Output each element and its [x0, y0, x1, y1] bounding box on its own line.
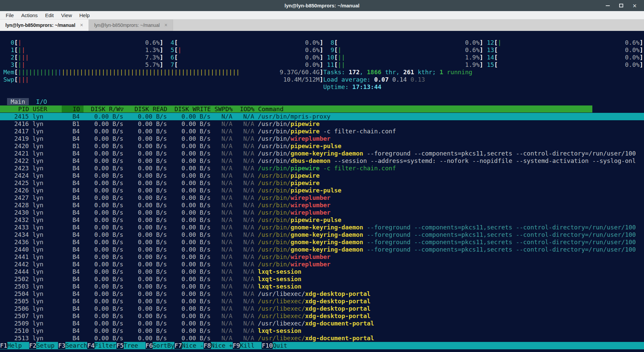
process-row-2420[interactable]: 2420 lyn B1 0.00 B/s 0.00 B/s 0.00 B/s N…	[0, 142, 644, 150]
fn-f7[interactable]: F7Nice -	[174, 342, 204, 349]
command-cell: /usr/libexec/	[258, 335, 305, 342]
fn-f1[interactable]: F1Help	[0, 342, 29, 349]
process-row-2419[interactable]: 2419 lyn B4 0.00 B/s 0.00 B/s 0.00 B/s N…	[0, 135, 644, 142]
process-row-2430[interactable]: 2430 lyn B4 0.00 B/s 0.00 B/s 0.00 B/s N…	[0, 209, 644, 216]
fn-key-label: F6	[146, 342, 153, 349]
disk-write-cell: 0.00 B/s	[171, 142, 214, 149]
fn-f4[interactable]: F4Filter	[87, 342, 116, 349]
process-row-2442[interactable]: 2442 lyn B4 0.00 B/s 0.00 B/s 0.00 B/s N…	[0, 261, 644, 268]
process-row-2434[interactable]: 2434 lyn B4 0.00 B/s 0.00 B/s 0.00 B/s N…	[0, 231, 644, 238]
process-row-2441[interactable]: 2441 lyn B4 0.00 B/s 0.00 B/s 0.00 B/s N…	[0, 253, 644, 261]
swpd-cell: N/A	[214, 246, 236, 253]
tab-2[interactable]: lyn@lyn-b850mprors: ~/manual ×	[89, 19, 173, 31]
swpd-cell: N/A	[214, 320, 236, 327]
tab-1-close-icon[interactable]: ×	[80, 22, 83, 28]
window-controls: ×	[601, 0, 641, 11]
table-header-segment[interactable]: DISK R/W▽ DISK READ DISK WRITE SWPD% IOD…	[84, 105, 283, 113]
command-cell: /usr/libexec/	[258, 305, 305, 312]
process-row-2506[interactable]: 2506 lyn B4 0.00 B/s 0.00 B/s 0.00 B/s N…	[0, 305, 644, 312]
user-cell: lyn	[33, 335, 65, 342]
process-row-2416[interactable]: 2416 lyn B1 0.00 B/s 0.00 B/s 0.00 B/s N…	[0, 120, 644, 128]
mem-meter-label: Mem	[3, 69, 14, 76]
menu-actions[interactable]: Actions	[17, 11, 41, 19]
swap-meter-pad	[29, 76, 283, 83]
fn-f8[interactable]: F8Nice +	[204, 342, 233, 349]
pid-cell: 2425	[3, 179, 33, 186]
process-row-2433[interactable]: 2433 lyn B4 0.00 B/s 0.00 B/s 0.00 B/s N…	[0, 224, 644, 231]
table-header-segment[interactable]: IO	[62, 105, 84, 113]
process-row-2417[interactable]: 2417 lyn B4 0.00 B/s 0.00 B/s 0.00 B/s N…	[0, 128, 644, 135]
terminal-screen[interactable]: 0[| 0.6%] 4[ 0.0%] 8[ 0.0%] 12[| 0.6%] 1…	[0, 31, 644, 352]
iod-cell: N/A	[236, 268, 258, 275]
process-row-2513[interactable]: 2513 lyn B4 0.00 B/s 0.00 B/s 0.00 B/s N…	[0, 335, 644, 342]
menu-edit[interactable]: Edit	[41, 11, 57, 19]
minimize-button[interactable]	[601, 0, 614, 11]
user-cell: lyn	[33, 202, 65, 209]
menu-file[interactable]: File	[2, 11, 17, 19]
fn-f3[interactable]: F3Search	[58, 342, 87, 349]
user-cell: lyn	[33, 275, 65, 282]
fn-f6[interactable]: F6SortBy	[146, 342, 175, 349]
cpu14-meter-bracket: ]	[640, 54, 643, 61]
iod-cell: N/A	[236, 283, 258, 290]
fn-f5[interactable]: F5Tree	[116, 342, 146, 349]
process-row-2440[interactable]: 2440 lyn B4 0.00 B/s 0.00 B/s 0.00 B/s N…	[0, 246, 644, 253]
process-row-2424[interactable]: 2424 lyn B4 0.00 B/s 0.00 B/s 0.00 B/s N…	[0, 172, 644, 179]
iod-cell: N/A	[236, 238, 258, 246]
process-row-2421[interactable]: 2421 lyn B4 0.00 B/s 0.00 B/s 0.00 B/s N…	[0, 150, 644, 157]
process-row-2427[interactable]: 2427 lyn B4 0.00 B/s 0.00 B/s 0.00 B/s N…	[0, 194, 644, 202]
cpu11-meter-value: 1.9%	[465, 61, 479, 68]
disk-read-cell: 0.00 B/s	[127, 113, 170, 120]
maximize-button[interactable]	[614, 0, 628, 11]
disk-read-cell: 0.00 B/s	[127, 275, 170, 282]
process-row-2432[interactable]: 2432 lyn B4 0.00 B/s 0.00 B/s 0.00 B/s N…	[0, 216, 644, 224]
cpu3-meter-pad	[25, 61, 145, 68]
maximize-icon	[619, 4, 623, 7]
iod-cell: N/A	[236, 113, 258, 120]
command-cell: wireplumber	[290, 253, 330, 260]
process-row-2415[interactable]: 2415 lyn B4 0.00 B/s 0.00 B/s 0.00 B/s N…	[0, 113, 644, 120]
close-button[interactable]: ×	[628, 0, 641, 11]
process-row-2428[interactable]: 2428 lyn B4 0.00 B/s 0.00 B/s 0.00 B/s N…	[0, 202, 644, 209]
process-row-2422[interactable]: 2422 lyn B4 0.00 B/s 0.00 B/s 0.00 B/s N…	[0, 157, 644, 165]
process-row-2426[interactable]: 2426 lyn B4 0.00 B/s 0.00 B/s 0.00 B/s N…	[0, 187, 644, 194]
io-class-cell: B4	[65, 275, 83, 282]
process-row-2502[interactable]: 2502 lyn B4 0.00 B/s 0.00 B/s 0.00 B/s N…	[0, 275, 644, 283]
process-row-2503[interactable]: 2503 lyn B4 0.00 B/s 0.00 B/s 0.00 B/s N…	[0, 283, 644, 290]
tab-2-close-icon[interactable]: ×	[164, 22, 167, 28]
disk-read-cell: 0.00 B/s	[127, 135, 170, 142]
process-row-2507[interactable]: 2507 lyn B4 0.00 B/s 0.00 B/s 0.00 B/s N…	[0, 312, 644, 320]
table-header-segment[interactable]: PID USER	[4, 105, 62, 113]
process-row-2510[interactable]: 2510 lyn B4 0.00 B/s 0.00 B/s 0.00 B/s N…	[0, 327, 644, 335]
iod-cell: N/A	[236, 135, 258, 142]
pid-cell: 2421	[3, 150, 33, 157]
process-row-2504[interactable]: 2504 lyn B4 0.00 B/s 0.00 B/s 0.00 B/s N…	[0, 290, 644, 298]
command-cell: pipewire-pulse	[290, 216, 341, 223]
disk-read-cell: 0.00 B/s	[127, 120, 170, 127]
swpd-cell: N/A	[214, 202, 236, 209]
disk-read-cell: 0.00 B/s	[127, 128, 170, 135]
swpd-cell: N/A	[214, 113, 236, 120]
tab-1[interactable]: lyn@lyn-b850mprors: ~/manual ×	[0, 19, 89, 31]
cpu13-meter-label: 13	[483, 46, 494, 53]
process-row-2436[interactable]: 2436 lyn B4 0.00 B/s 0.00 B/s 0.00 B/s N…	[0, 238, 644, 246]
process-row-2423[interactable]: 2423 lyn B4 0.00 B/s 0.00 B/s 0.00 B/s N…	[0, 165, 644, 172]
minimize-icon	[606, 5, 610, 6]
screen-tab-io[interactable]: I/O	[36, 98, 47, 105]
fn-f2[interactable]: F2Setup	[29, 342, 58, 349]
cpu2-meter-value: 7.3%	[145, 54, 160, 61]
disk-read-cell: 0.00 B/s	[127, 290, 170, 297]
process-row-2425[interactable]: 2425 lyn B4 0.00 B/s 0.00 B/s 0.00 B/s N…	[0, 179, 644, 187]
menu-view[interactable]: View	[57, 11, 75, 19]
swpd-cell: N/A	[214, 312, 236, 319]
screen-tab-main[interactable]: Main	[7, 98, 29, 105]
fn-f10[interactable]: F10Quit	[262, 342, 294, 349]
fn-f9[interactable]: F9Kill	[233, 342, 262, 349]
pid-cell: 2419	[3, 135, 33, 142]
swpd-cell: N/A	[214, 157, 236, 164]
process-row-2444[interactable]: 2444 lyn B4 0.00 B/s 0.00 B/s 0.00 B/s N…	[0, 268, 644, 275]
menu-help[interactable]: Help	[75, 11, 93, 19]
process-row-2509[interactable]: 2509 lyn B4 0.00 B/s 0.00 B/s 0.00 B/s N…	[0, 320, 644, 327]
user-cell: lyn	[33, 179, 65, 186]
process-row-2505[interactable]: 2505 lyn B4 0.00 B/s 0.00 B/s 0.00 B/s N…	[0, 298, 644, 305]
